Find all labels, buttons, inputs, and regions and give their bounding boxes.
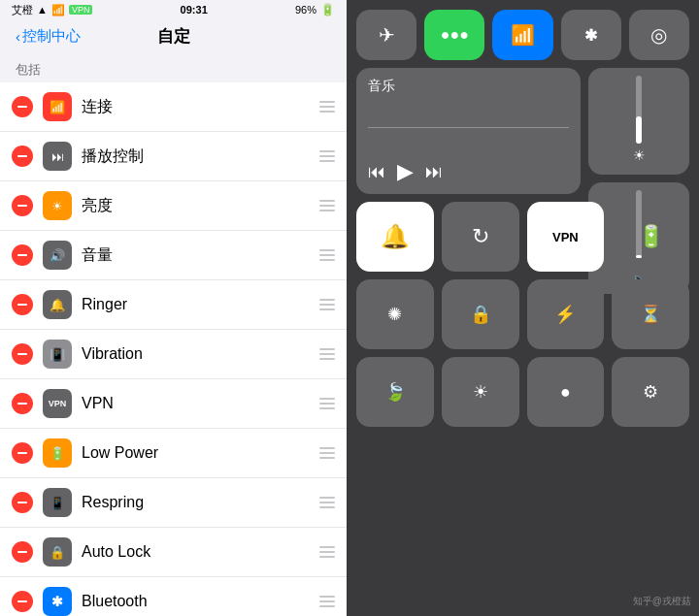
item-icon-autolock: 🔒	[43, 537, 72, 567]
list-item: ☀ 亮度	[0, 181, 347, 231]
drag-handle[interactable]	[319, 546, 335, 558]
airdrop-button[interactable]: ◎	[629, 10, 689, 60]
list-item: 🔊 音量	[0, 231, 347, 280]
item-label-autolock: Auto Lock	[82, 543, 319, 561]
leaf-button[interactable]: 🍃	[356, 357, 434, 427]
list-item: 📱 Respring	[0, 478, 347, 528]
nav-title: 自定	[157, 25, 190, 48]
fastforward-button[interactable]: ⏭	[425, 162, 443, 182]
signal-icon: ▲	[37, 4, 48, 16]
settings-button[interactable]: ⚙	[612, 357, 689, 427]
bell-filled-icon: 🔔	[381, 223, 410, 250]
wifi-icon: 📶	[511, 23, 535, 47]
item-icon-volume: 🔊	[43, 241, 72, 270]
airplane-mode-button[interactable]: ✈	[356, 10, 416, 60]
low-brightness-button[interactable]: ☀	[442, 357, 519, 427]
remove-button-lanjie[interactable]	[12, 96, 33, 117]
cellular-button[interactable]: ●●●	[424, 10, 484, 60]
list-item: ⏭ 播放控制	[0, 132, 347, 181]
remove-button-playback[interactable]	[12, 146, 33, 167]
drag-handle[interactable]	[319, 200, 335, 211]
item-icon-lowpower: 🔋	[43, 438, 72, 468]
play-button[interactable]: ▶	[397, 159, 414, 184]
screen-brightness-button[interactable]: ✺	[356, 279, 434, 349]
watermark: 知乎@戎橙菇	[633, 595, 691, 608]
item-icon-vpn: VPN	[43, 389, 72, 418]
remove-button-volume[interactable]	[12, 244, 33, 266]
remove-button-bluetooth[interactable]	[12, 591, 33, 612]
phone-icon: 📱	[50, 496, 65, 510]
vpn-badge: VPN	[69, 5, 93, 15]
item-icon-playback: ⏭	[43, 142, 72, 171]
icon-glyph: 📶	[50, 100, 65, 114]
list-item: ✱ Bluetooth	[0, 577, 347, 616]
remove-button-vibration[interactable]	[12, 343, 33, 365]
item-label-bluetooth: Bluetooth	[82, 593, 319, 610]
drag-handle[interactable]	[319, 299, 335, 310]
section-header: 包括	[0, 53, 347, 82]
item-label-volume: 音量	[82, 245, 319, 266]
brightness-volume-controls: ☀ 0% 🔈	[588, 68, 689, 194]
drag-handle[interactable]	[319, 447, 335, 459]
fifth-row: 🍃 ☀ ● ⚙	[356, 357, 689, 427]
timer-button[interactable]: ⏳	[612, 279, 689, 349]
remove-button-autolock[interactable]	[12, 541, 33, 563]
drag-handle[interactable]	[319, 101, 335, 113]
remove-button-ringer[interactable]	[12, 294, 33, 315]
rotation-lock-button[interactable]: ↻	[442, 202, 519, 272]
item-icon-vibration: 📳	[43, 340, 72, 369]
remove-button-respring[interactable]	[12, 492, 33, 513]
list-item: VPN VPN	[0, 379, 347, 429]
status-bar: 艾橙 ▲ 📶 VPN 09:31 96% 🔋	[0, 0, 347, 19]
vpn-toggle-button[interactable]: VPN	[527, 202, 605, 272]
wifi-icon: 📶	[51, 4, 65, 16]
icon-glyph: 🔊	[50, 248, 65, 263]
camera-icon: ●	[560, 382, 571, 403]
item-label-lowpower: Low Power	[82, 444, 319, 462]
remove-button-brightness[interactable]	[12, 195, 33, 216]
drag-handle[interactable]	[319, 150, 335, 162]
low-battery-button[interactable]: 🔋	[612, 202, 689, 272]
nav-bar: ‹ 控制中心 自定	[0, 19, 347, 53]
camera-button[interactable]: ●	[527, 357, 605, 427]
back-button[interactable]: ‹ 控制中心	[16, 27, 81, 46]
drag-handle[interactable]	[319, 398, 335, 409]
item-icon-respring: 📱	[43, 488, 72, 517]
drag-handle[interactable]	[319, 249, 335, 261]
remove-button-lowpower[interactable]	[12, 442, 33, 464]
battery-icon: 🔋	[320, 3, 335, 16]
back-label: 控制中心	[22, 27, 81, 46]
drag-handle[interactable]	[319, 348, 335, 360]
no-flash-button[interactable]: ⚡	[527, 279, 605, 349]
lock-rotation-button[interactable]: 🔒	[442, 279, 519, 349]
list-item: 🔋 Low Power	[0, 429, 347, 478]
bluetooth-button[interactable]: ✱	[561, 10, 621, 60]
icon-glyph: ⏭	[51, 149, 64, 164]
rewind-button[interactable]: ⏮	[368, 162, 385, 182]
item-label-ringer: Ringer	[82, 296, 319, 313]
brightness-fill	[636, 116, 642, 144]
brightness-slider[interactable]: ☀	[588, 68, 689, 175]
bell-icon: 🔔	[50, 298, 65, 312]
item-icon-bluetooth: ✱	[43, 587, 72, 616]
list-item: 🔔 Ringer	[0, 280, 347, 330]
airplane-icon: ✈	[379, 23, 395, 47]
music-divider	[368, 127, 569, 128]
sun-small-icon: ✺	[387, 304, 402, 325]
icon-glyph: ☀	[51, 199, 63, 213]
wifi-button[interactable]: 📶	[492, 10, 552, 60]
carrier-label: 艾橙	[12, 3, 33, 17]
drag-handle[interactable]	[319, 497, 335, 508]
fourth-row: ✺ 🔒 ⚡ ⏳	[356, 279, 689, 349]
vibration-icon: 📳	[50, 347, 65, 362]
airdrop-icon: ◎	[650, 23, 667, 47]
do-not-disturb-button[interactable]: 🔔	[356, 202, 434, 272]
list-item: 📶 连接	[0, 82, 347, 132]
middle-row: 音乐 ⏮ ▶ ⏭ ☀ 0% 🔈	[356, 68, 689, 194]
drag-handle[interactable]	[319, 596, 335, 607]
item-icon-brightness: ☀	[43, 191, 72, 220]
music-title: 音乐	[368, 78, 569, 95]
music-controls: ⏮ ▶ ⏭	[368, 159, 569, 184]
remove-button-vpn[interactable]	[12, 393, 33, 414]
item-icon-lanjie: 📶	[43, 92, 72, 121]
